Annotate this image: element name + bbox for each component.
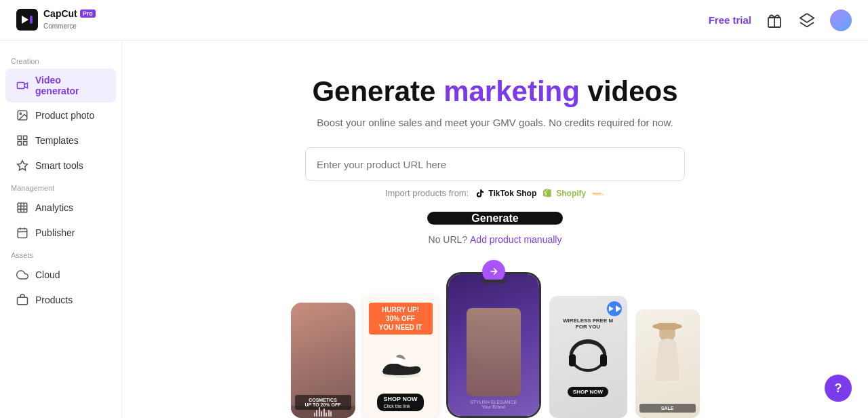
- svg-point-7: [20, 113, 21, 114]
- preview-card-phone-wrapper: STYLISH ELEGANCEYour Brand: [446, 272, 541, 418]
- sidebar-item-label: Products: [35, 294, 73, 305]
- svg-rect-9: [24, 136, 27, 139]
- svg-rect-18: [18, 229, 27, 238]
- analytics-icon: [16, 202, 28, 214]
- cloud-icon: [16, 269, 28, 281]
- video-generator-icon: [16, 79, 28, 92]
- svg-rect-33: [658, 323, 677, 330]
- sidebar-item-publisher[interactable]: Publisher: [5, 221, 116, 245]
- main-layout: Creation Video generator Product photo: [0, 41, 868, 418]
- svg-rect-30: [600, 354, 607, 366]
- app-sub: Commerce: [43, 22, 77, 30]
- svg-rect-5: [18, 83, 25, 89]
- svg-rect-8: [18, 136, 21, 139]
- svg-rect-13: [18, 203, 27, 212]
- svg-text:amazon: amazon: [593, 192, 601, 195]
- hero-title-highlight: marketing: [443, 75, 580, 107]
- fashion-silhouette: [646, 320, 690, 408]
- phone-overlay-text: STYLISH ELEGANCEYour Brand: [454, 400, 534, 409]
- products-icon: [16, 294, 28, 306]
- preview-card-headphones: WIRELESS FREE MFOR YOU SHOP NOW: [549, 296, 627, 418]
- sidebar-item-analytics[interactable]: Analytics: [5, 195, 116, 220]
- free-trial-button[interactable]: Free trial: [709, 14, 751, 26]
- sidebar-item-label: Product photo: [35, 110, 94, 121]
- preview-card-fashion: SALE: [635, 309, 700, 418]
- import-label: Import products from:: [385, 188, 469, 198]
- sidebar-item-templates[interactable]: Templates: [5, 128, 116, 153]
- svg-marker-24: [603, 194, 604, 195]
- no-url-row: No URL? Add product manually: [429, 234, 562, 245]
- sidebar-item-label: Video generator: [35, 75, 105, 96]
- hero-subtitle: Boost your online sales and meet your GM…: [317, 117, 673, 128]
- logo-icon: [16, 9, 38, 31]
- help-button[interactable]: ?: [825, 375, 852, 402]
- phone-screen: [448, 274, 539, 416]
- sidebar-item-cloud[interactable]: Cloud: [5, 263, 116, 287]
- fashion-overlay: SALE: [639, 404, 696, 413]
- logo[interactable]: CapCut Pro Commerce: [16, 9, 96, 31]
- tiktok-shop-logo: TikTok Shop: [475, 189, 536, 198]
- url-input-container: [305, 147, 685, 181]
- amazon-logo: amazon: [593, 190, 605, 197]
- play-button: [607, 301, 622, 316]
- shop-now-label: SHOP NOW: [568, 387, 608, 397]
- sneaker-silhouette: [377, 352, 425, 379]
- svg-rect-1: [30, 16, 33, 24]
- no-url-label: No URL?: [429, 234, 468, 245]
- add-product-link[interactable]: Add product manually: [470, 234, 561, 245]
- sidebar-item-label: Analytics: [35, 202, 73, 213]
- avatar[interactable]: [830, 10, 852, 31]
- header: CapCut Pro Commerce Free trial: [0, 0, 868, 41]
- headphones-text: WIRELESS FREE MFOR YOU: [563, 318, 613, 330]
- sidebar: Creation Video generator Product photo: [0, 41, 122, 418]
- sidebar-item-video-generator[interactable]: Video generator: [5, 69, 116, 102]
- svg-marker-12: [18, 161, 28, 170]
- creation-section-label: Creation: [0, 52, 121, 68]
- app-name: CapCut: [43, 9, 77, 19]
- sidebar-item-label: Templates: [35, 135, 79, 146]
- svg-rect-10: [18, 142, 21, 145]
- gift-icon[interactable]: [765, 11, 784, 30]
- url-input[interactable]: [305, 147, 685, 181]
- smart-tools-icon: [16, 159, 28, 172]
- hero-title: Generate marketing videos: [312, 75, 677, 109]
- generate-button[interactable]: Generate: [427, 212, 563, 225]
- layers-icon[interactable]: [797, 11, 816, 30]
- sale-badge: HURRY UP!30% OFFYOU NEED IT: [369, 303, 433, 335]
- sidebar-item-products[interactable]: Products: [5, 288, 116, 312]
- main-content: Generate marketing videos Boost your onl…: [122, 41, 868, 418]
- sidebar-item-label: Cloud: [35, 269, 60, 280]
- hero-title-before: Generate: [312, 75, 443, 107]
- import-row: Import products from: TikTok Shop Shopif…: [385, 188, 605, 198]
- phone-notch: [481, 280, 506, 283]
- product-photo-icon: [16, 109, 28, 121]
- hero-title-after: videos: [580, 75, 678, 107]
- headphones-image: [561, 335, 615, 383]
- svg-rect-22: [18, 297, 28, 305]
- svg-rect-11: [24, 142, 27, 145]
- preview-section: COSMETICSUP TO 20% OFF H: [122, 272, 868, 418]
- sidebar-item-product-photo[interactable]: Product photo: [5, 103, 116, 128]
- assets-section-label: Assets: [0, 246, 121, 262]
- shop-now-btn: SHOP NOWClick the link: [377, 394, 425, 411]
- sidebar-item-label: Publisher: [35, 227, 75, 238]
- templates-icon: [16, 134, 28, 147]
- management-section-label: Management: [0, 178, 121, 195]
- svg-marker-27: [609, 306, 614, 311]
- header-right: Free trial: [709, 10, 852, 31]
- pro-badge: Pro: [80, 10, 96, 18]
- preview-card-sale: HURRY UP!30% OFFYOU NEED IT SHOP NOWClic…: [363, 296, 438, 418]
- preview-card-phone: STYLISH ELEGANCEYour Brand: [446, 272, 541, 418]
- shopify-logo: Shopify: [543, 189, 586, 198]
- sidebar-item-smart-tools[interactable]: Smart tools: [5, 153, 116, 178]
- sidebar-item-label: Smart tools: [35, 160, 83, 171]
- publisher-icon: [16, 227, 28, 239]
- svg-rect-29: [569, 354, 576, 366]
- preview-card-cosmetics: COSMETICSUP TO 20% OFF: [291, 303, 355, 418]
